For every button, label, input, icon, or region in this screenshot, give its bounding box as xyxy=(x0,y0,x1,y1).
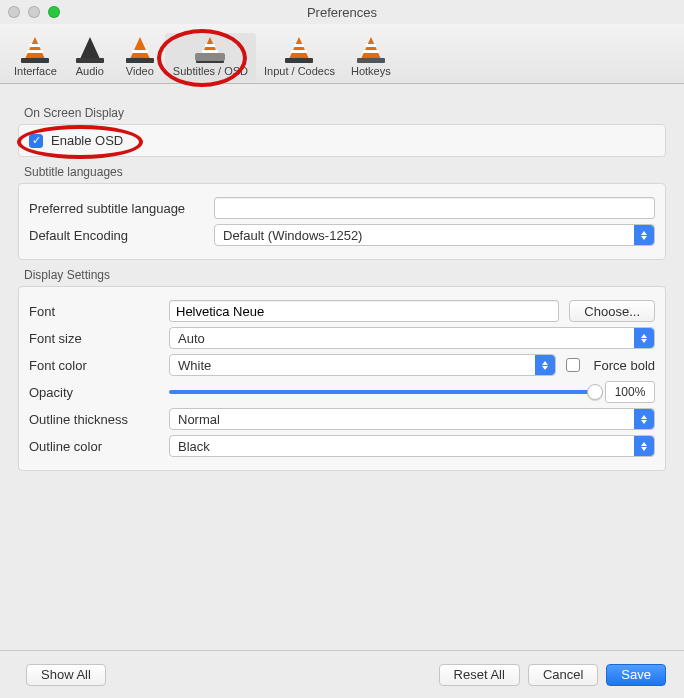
tab-interface[interactable]: Interface xyxy=(6,33,65,81)
tab-hotkeys[interactable]: Hotkeys xyxy=(343,33,399,81)
tab-label: Interface xyxy=(14,65,57,77)
default-encoding-select[interactable]: Default (Windows-1252) xyxy=(214,224,655,246)
interface-icon xyxy=(18,35,52,63)
display-panel: Font Choose... Font size Auto Font color… xyxy=(18,286,666,471)
font-color-label: Font color xyxy=(29,358,159,373)
footer-bar: Show All Reset All Cancel Save xyxy=(0,650,684,698)
choose-font-button[interactable]: Choose... xyxy=(569,300,655,322)
enable-osd-label: Enable OSD xyxy=(51,133,123,148)
section-title-display: Display Settings xyxy=(24,268,666,282)
tab-label: Hotkeys xyxy=(351,65,391,77)
reset-all-button[interactable]: Reset All xyxy=(439,664,520,686)
tab-video[interactable]: Video xyxy=(115,33,165,81)
tab-subtitles-osd[interactable]: Subtitles / OSD xyxy=(165,33,256,81)
tab-label: Subtitles / OSD xyxy=(173,65,248,77)
save-button[interactable]: Save xyxy=(606,664,666,686)
hotkeys-icon xyxy=(354,35,388,63)
slider-thumb[interactable] xyxy=(587,384,603,400)
section-title-osd: On Screen Display xyxy=(24,106,666,120)
outline-color-label: Outline color xyxy=(29,439,159,454)
select-value: White xyxy=(178,358,211,373)
select-value: Auto xyxy=(178,331,205,346)
select-caret-icon xyxy=(634,225,654,245)
audio-icon xyxy=(73,35,107,63)
default-encoding-label: Default Encoding xyxy=(29,228,204,243)
font-color-select[interactable]: White xyxy=(169,354,556,376)
font-size-label: Font size xyxy=(29,331,159,346)
pref-lang-label: Preferred subtitle language xyxy=(29,201,204,216)
titlebar: Preferences xyxy=(0,0,684,24)
force-bold-checkbox[interactable] xyxy=(566,358,580,372)
cancel-button[interactable]: Cancel xyxy=(528,664,598,686)
input-codecs-icon xyxy=(282,35,316,63)
video-icon xyxy=(123,35,157,63)
select-caret-icon xyxy=(634,328,654,348)
outline-color-select[interactable]: Black xyxy=(169,435,655,457)
show-all-button[interactable]: Show All xyxy=(26,664,106,686)
font-label: Font xyxy=(29,304,159,319)
osd-panel: Enable OSD xyxy=(18,124,666,157)
force-bold-label: Force bold xyxy=(594,358,655,373)
select-value: Black xyxy=(178,439,210,454)
select-caret-icon xyxy=(535,355,555,375)
outline-thickness-label: Outline thickness xyxy=(29,412,159,427)
select-caret-icon xyxy=(634,436,654,456)
font-input[interactable] xyxy=(169,300,559,322)
tab-input-codecs[interactable]: Input / Codecs xyxy=(256,33,343,81)
window-title: Preferences xyxy=(0,5,684,20)
outline-thickness-select[interactable]: Normal xyxy=(169,408,655,430)
langs-panel: Preferred subtitle language Default Enco… xyxy=(18,183,666,260)
tab-audio[interactable]: Audio xyxy=(65,33,115,81)
tab-label: Video xyxy=(126,65,154,77)
tab-label: Input / Codecs xyxy=(264,65,335,77)
select-value: Normal xyxy=(178,412,220,427)
preferences-toolbar: Interface Audio Video Subtitles / OSD In… xyxy=(0,24,684,84)
opacity-label: Opacity xyxy=(29,385,159,400)
opacity-value: 100% xyxy=(605,381,655,403)
font-size-select[interactable]: Auto xyxy=(169,327,655,349)
opacity-slider[interactable] xyxy=(169,390,595,394)
tab-label: Audio xyxy=(76,65,104,77)
subtitles-icon xyxy=(193,35,227,63)
pref-lang-input[interactable] xyxy=(214,197,655,219)
enable-osd-checkbox[interactable] xyxy=(29,134,43,148)
preferences-content: On Screen Display Enable OSD Subtitle la… xyxy=(0,84,684,471)
section-title-langs: Subtitle languages xyxy=(24,165,666,179)
select-value: Default (Windows-1252) xyxy=(223,228,362,243)
select-caret-icon xyxy=(634,409,654,429)
